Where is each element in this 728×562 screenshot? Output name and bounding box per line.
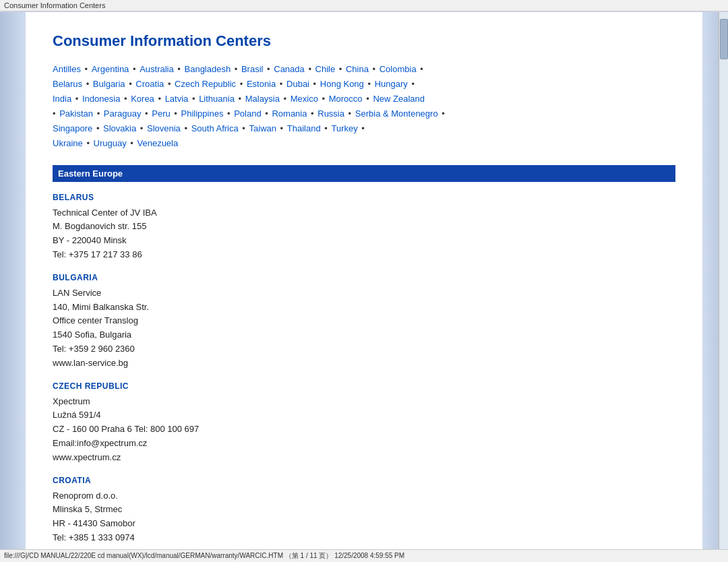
link-philippines[interactable]: Philippines <box>181 108 224 119</box>
link-hungary[interactable]: Hungary <box>375 79 408 89</box>
link-estonia[interactable]: Estonia <box>247 79 276 89</box>
page-title: Consumer Information Centers <box>53 32 675 50</box>
link-korea[interactable]: Korea <box>131 94 154 104</box>
main-content: Consumer Information Centers Antilles • … <box>26 12 702 562</box>
country-title-croatia: CROATIA <box>53 476 675 485</box>
country-title-belarus: BELARUS <box>53 193 675 202</box>
link-pakistan[interactable]: Pakistan <box>59 108 93 119</box>
link-taiwan[interactable]: Taiwan <box>249 123 276 133</box>
link-dubai[interactable]: Dubai <box>286 79 309 89</box>
link-malaysia[interactable]: Malaysia <box>245 94 280 104</box>
links-section: Antilles • Argentina • Australia • Bangl… <box>53 62 675 152</box>
link-latvia[interactable]: Latvia <box>165 94 189 104</box>
link-mexico[interactable]: Mexico <box>291 94 318 104</box>
country-title-bulgaria: BULGARIA <box>53 273 675 282</box>
link-indonesia[interactable]: Indonesia <box>82 94 120 104</box>
link-lithuania[interactable]: Lithuania <box>199 94 235 104</box>
link-brasil[interactable]: Brasil <box>241 64 264 74</box>
link-slovakia[interactable]: Slovakia <box>103 123 136 133</box>
link-poland[interactable]: Poland <box>234 108 261 119</box>
link-australia[interactable]: Australia <box>140 64 174 74</box>
country-info-bulgaria: LAN Service 140, Mimi Balkanska Str. Off… <box>53 286 675 371</box>
link-venezuela[interactable]: Venezuela <box>138 138 179 148</box>
link-turkey[interactable]: Turkey <box>331 123 357 133</box>
link-singapore[interactable]: Singapore <box>53 123 92 133</box>
link-canada[interactable]: Canada <box>274 64 305 74</box>
link-romania[interactable]: Romania <box>272 108 307 119</box>
country-block-bulgaria: BULGARIA LAN Service 140, Mimi Balkanska… <box>53 273 675 371</box>
link-peru[interactable]: Peru <box>152 108 170 119</box>
status-bar: file:///G|/CD MANUAL/22/220E cd manual(W… <box>0 549 728 562</box>
country-info-czech-republic: Xpectrum Lužná 591/4 CZ - 160 00 Praha 6… <box>53 395 675 465</box>
link-chile[interactable]: Chile <box>315 64 336 74</box>
link-paraguay[interactable]: Paraguay <box>104 108 142 119</box>
scrollbar-track[interactable] <box>719 12 728 562</box>
link-uruguay[interactable]: Uruguay <box>94 138 127 148</box>
link-china[interactable]: China <box>346 64 369 74</box>
link-colombia[interactable]: Colombia <box>380 64 417 74</box>
country-block-croatia: CROATIA Renoprom d.o.o. Mlinska 5, Strme… <box>53 476 675 545</box>
link-antilles[interactable]: Antilles <box>53 64 81 74</box>
link-new-zealand[interactable]: New Zealand <box>373 94 425 104</box>
link-hong-kong[interactable]: Hong Kong <box>320 79 364 89</box>
link-south-africa[interactable]: South Africa <box>191 123 239 133</box>
link-serbia[interactable]: Serbia & Montenegro <box>355 108 438 119</box>
title-bar-text: Consumer Information Centers <box>4 1 105 9</box>
link-czech-republic[interactable]: Czech Republic <box>175 79 236 89</box>
country-info-croatia: Renoprom d.o.o. Mlinska 5, Strmec HR - 4… <box>53 489 675 545</box>
country-info-belarus: Technical Center of JV IBA M. Bogdanovic… <box>53 206 675 262</box>
link-belarus[interactable]: Belarus <box>53 79 82 89</box>
link-ukraine[interactable]: Ukraine <box>53 138 83 148</box>
link-thailand[interactable]: Thailand <box>287 123 321 133</box>
status-bar-text: file:///G|/CD MANUAL/22/220E cd manual(W… <box>4 552 404 559</box>
title-bar: Consumer Information Centers <box>0 0 728 11</box>
link-argentina[interactable]: Argentina <box>92 64 129 74</box>
section-header-eastern-europe: Eastern Europe <box>53 165 675 182</box>
link-morocco[interactable]: Morocco <box>329 94 363 104</box>
link-bulgaria[interactable]: Bulgaria <box>93 79 125 89</box>
left-sidebar <box>0 12 26 562</box>
link-india[interactable]: India <box>53 94 71 104</box>
right-sidebar <box>702 12 728 562</box>
link-croatia[interactable]: Croatia <box>135 79 164 89</box>
scrollbar-thumb[interactable] <box>720 19 728 59</box>
country-block-belarus: BELARUS Technical Center of JV IBA M. Bo… <box>53 193 675 262</box>
country-block-czech-republic: CZECH REPUBLIC Xpectrum Lužná 591/4 CZ -… <box>53 381 675 465</box>
link-bangladesh[interactable]: Bangladesh <box>185 64 231 74</box>
link-slovenia[interactable]: Slovenia <box>147 123 181 133</box>
country-title-czech-republic: CZECH REPUBLIC <box>53 381 675 391</box>
link-russia[interactable]: Russia <box>317 108 344 119</box>
